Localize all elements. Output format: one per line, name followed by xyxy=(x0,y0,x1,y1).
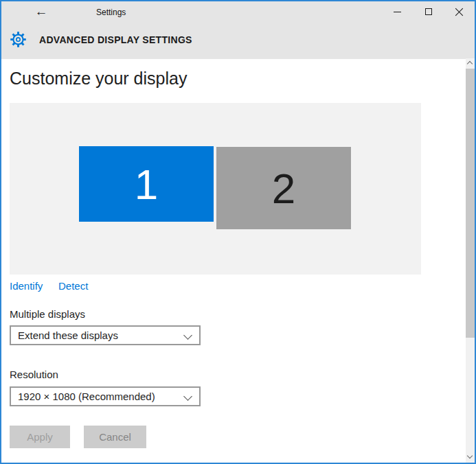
section-heading: Customize your display xyxy=(10,69,187,89)
close-button[interactable] xyxy=(444,1,475,22)
apply-button[interactable]: Apply xyxy=(10,426,70,448)
settings-window: ← Settings xyxy=(0,0,476,464)
back-arrow-icon: ← xyxy=(35,4,48,19)
minimize-icon xyxy=(394,12,401,12)
chevron-down-icon xyxy=(183,392,192,401)
maximize-button[interactable] xyxy=(413,1,444,22)
vertical-scrollbar[interactable] xyxy=(466,58,475,463)
multiple-displays-label: Multiple displays xyxy=(10,308,85,320)
identify-link[interactable]: Identify xyxy=(10,280,43,292)
monitor-2[interactable]: 2 xyxy=(216,147,351,229)
scrollbar-thumb[interactable] xyxy=(466,69,475,338)
minimize-button[interactable] xyxy=(382,1,413,22)
resolution-label: Resolution xyxy=(10,369,58,380)
multiple-displays-value: Extend these displays xyxy=(18,329,118,341)
monitor-1[interactable]: 1 xyxy=(79,146,214,222)
monitor-2-number: 2 xyxy=(272,164,295,213)
gear-icon xyxy=(10,31,27,48)
multiple-displays-select[interactable]: Extend these displays xyxy=(10,325,201,345)
detect-link[interactable]: Detect xyxy=(58,280,88,292)
scroll-down-icon[interactable] xyxy=(467,453,473,459)
back-button[interactable]: ← xyxy=(29,1,54,22)
scroll-up-icon[interactable] xyxy=(467,61,473,67)
close-icon xyxy=(455,8,464,16)
cancel-button[interactable]: Cancel xyxy=(84,426,146,448)
window-header: ← Settings xyxy=(1,1,475,59)
maximize-icon xyxy=(425,8,432,15)
resolution-value: 1920 × 1080 (Recommended) xyxy=(18,391,155,402)
chevron-down-icon xyxy=(183,331,192,340)
resolution-select[interactable]: 1920 × 1080 (Recommended) xyxy=(10,386,201,406)
monitor-1-number: 1 xyxy=(135,160,158,209)
window-title: Settings xyxy=(96,8,126,17)
display-arrangement-preview: 1 2 xyxy=(10,103,421,275)
page-title: ADVANCED DISPLAY SETTINGS xyxy=(39,34,192,46)
